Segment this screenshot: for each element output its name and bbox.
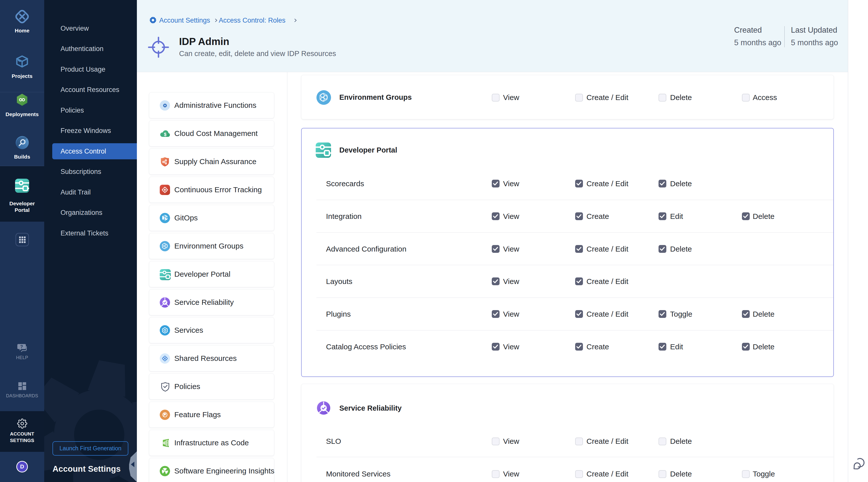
svg-text:$: $ — [164, 132, 166, 137]
svg-text:?: ? — [20, 344, 23, 349]
